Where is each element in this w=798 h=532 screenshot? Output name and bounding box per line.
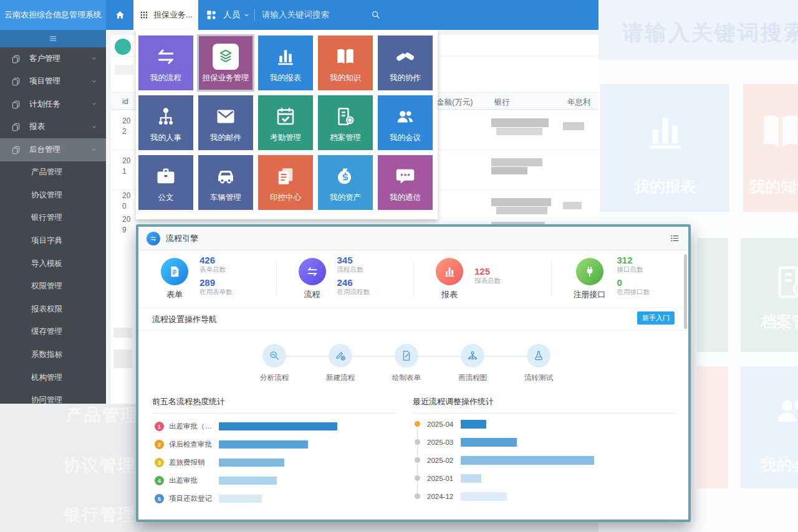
process-step-分析流程[interactable]: 分析流程 — [251, 344, 298, 385]
app-tile-我的知识[interactable]: 我的知识 — [318, 36, 373, 90]
app-tile-我的邮件[interactable]: 我的邮件 — [198, 95, 253, 150]
sidebar-subitem-协同管理[interactable]: 协同管理 — [0, 389, 106, 404]
app-tile-我的通信[interactable]: 我的通信 — [378, 155, 433, 210]
modal-menu-button[interactable] — [670, 233, 680, 244]
guarantee-icon — [213, 44, 239, 70]
tab-guarantee-business[interactable]: 担保业务... — [133, 0, 198, 30]
analyze-icon — [262, 344, 286, 368]
divider — [138, 330, 688, 331]
table-row-id: 20 1 — [122, 156, 130, 177]
new-flow-icon — [329, 344, 352, 368]
sidebar-subitem-系数指标[interactable]: 系数指标 — [0, 343, 106, 366]
calendar-check-icon — [274, 105, 297, 128]
timeline-row-label: 2025-03 — [427, 439, 457, 446]
divider — [254, 9, 255, 21]
heat-chart: 前五名流程热度统计 1出差审批（记录...2保后检查审批3差旅费报销4出差审批5… — [152, 396, 397, 508]
sidebar-item-计划任务[interactable]: 计划任务 — [0, 93, 106, 116]
sidebar-subitem-机构管理[interactable]: 机构管理 — [0, 366, 106, 389]
sidebar-subitem-协议管理[interactable]: 协议管理 — [0, 184, 106, 207]
home-button[interactable] — [106, 0, 133, 30]
app-tile-我的报表[interactable]: 我的报表 — [258, 36, 313, 90]
mail-icon — [214, 105, 237, 128]
app-tile-我的协作[interactable]: 我的协作 — [378, 36, 433, 90]
beginner-guide-button[interactable]: 新手入门 — [637, 311, 675, 325]
modal-scrollbar[interactable] — [684, 254, 687, 329]
divider — [276, 260, 277, 297]
sidebar-subitem-权限管理[interactable]: 权限管理 — [0, 275, 106, 298]
process-step-新建流程[interactable]: 新建流程 — [317, 344, 364, 385]
global-search-input[interactable]: 请输入关键词搜索 — [262, 0, 329, 30]
app-grid-icon — [139, 10, 149, 20]
process-step-画流程图[interactable]: 画流程图 — [449, 344, 496, 385]
sidebar-item-label: 后台管理 — [29, 145, 60, 155]
redacted-cell — [491, 167, 527, 174]
divider — [413, 260, 414, 297]
book-icon — [757, 108, 798, 155]
sidebar-item-label: 计划任务 — [29, 99, 60, 110]
sidebar-item-报表[interactable]: 报表 — [0, 116, 106, 139]
sidebar-subitem-缓存管理[interactable]: 缓存管理 — [0, 321, 106, 344]
ghost-menu-text: 银行管理 — [64, 503, 136, 526]
app-tile-我的资产[interactable]: 我的资产 — [318, 155, 373, 210]
timeline-row-label: 2024-12 — [427, 493, 457, 500]
list-icon — [670, 233, 680, 244]
ghost-menu-text: 产品管理 — [66, 404, 138, 426]
redacted-cell — [563, 122, 584, 130]
sidebar-item-项目管理[interactable]: 项目管理 — [0, 70, 106, 93]
search-icon — [370, 9, 381, 20]
user-menu[interactable]: 人员 — [223, 0, 250, 30]
app-tile-公文[interactable]: 公文 — [138, 155, 193, 210]
sidebar-subitem-导入模板[interactable]: 导入模板 — [0, 252, 106, 275]
active-tab-label: 担保业务... — [153, 9, 193, 21]
stat-group-流程: 流程345流程总数246在用流程数 — [276, 250, 414, 307]
print-icon — [274, 165, 297, 188]
timeline-row: 2025-03 — [413, 433, 677, 451]
app-tile-考勤管理[interactable]: 考勤管理 — [258, 95, 313, 150]
app-tile-label: 车辆管理 — [198, 192, 253, 203]
app-tile-印控中心[interactable]: 印控中心 — [258, 155, 313, 210]
process-step-流转测试[interactable]: 流转测试 — [515, 344, 562, 385]
sidebar-subitem-产品管理[interactable]: 产品管理 — [0, 161, 106, 184]
rank-badge: 5 — [155, 494, 164, 503]
sidebar-subitem-项目字典[interactable]: 项目字典 — [0, 229, 106, 252]
timeline-row-label: 2025-01 — [427, 475, 457, 482]
copy-icon — [11, 77, 21, 86]
search-button[interactable] — [370, 9, 381, 20]
sidebar-item-客户管理[interactable]: 客户管理 — [0, 47, 106, 70]
stat-metric: 312接口总数 — [617, 256, 650, 274]
app-tile-担保业务管理[interactable]: 担保业务管理 — [198, 36, 253, 90]
sidebar-subitem-银行管理[interactable]: 银行管理 — [0, 207, 106, 230]
user-menu-label: 人员 — [223, 9, 240, 21]
sidebar-item-后台管理[interactable]: 后台管理 — [0, 138, 106, 161]
step-label: 新建流程 — [326, 373, 355, 382]
swap-icon — [155, 45, 177, 68]
ghost-app-tile: 我的知识 — [743, 84, 798, 212]
stat-group-注册接口: 注册接口312接口总数0在用接口数 — [551, 250, 689, 307]
timeline-chart-title: 最近流程调整操作统计 — [413, 396, 677, 407]
barchart-icon — [274, 45, 297, 68]
timeline-row: 2024-12 — [413, 487, 677, 505]
timeline-row: 2025-04 — [413, 415, 677, 433]
ghost-tile-label: 我的知识 — [749, 176, 798, 197]
apps-shortcut-button[interactable] — [206, 9, 217, 21]
stat-metrics: 125报表总数 — [474, 267, 501, 285]
app-tile-我的人事[interactable]: 我的人事 — [138, 95, 193, 150]
barchart-icon — [642, 108, 689, 155]
process-step-绘制表单[interactable]: 绘制表单 — [383, 344, 430, 385]
ghost-tile-label: 我的报表 — [634, 176, 696, 197]
draw-form-icon — [395, 344, 418, 368]
diagram-icon — [461, 344, 484, 368]
table-row-id: 20 2 — [122, 116, 130, 137]
chevron-up-icon — [91, 146, 97, 153]
app-tile-我的流程[interactable]: 我的流程 — [138, 36, 193, 90]
sidebar: 客户管理项目管理计划任务报表后台管理产品管理协议管理银行管理项目字典导入模板权限… — [0, 30, 106, 404]
app-tile-label: 档案管理 — [318, 133, 373, 143]
form-icon — [161, 258, 188, 285]
sidebar-subitem-报表权限[interactable]: 报表权限 — [0, 298, 106, 321]
app-tile-我的会议[interactable]: 我的会议 — [378, 95, 433, 150]
stat-metric-label: 在用接口数 — [617, 288, 650, 297]
timeline-row: 2025-01 — [413, 469, 677, 487]
sidebar-toggle-button[interactable] — [0, 30, 106, 47]
app-tile-车辆管理[interactable]: 车辆管理 — [198, 155, 253, 210]
app-tile-档案管理[interactable]: 档案管理 — [318, 95, 373, 150]
